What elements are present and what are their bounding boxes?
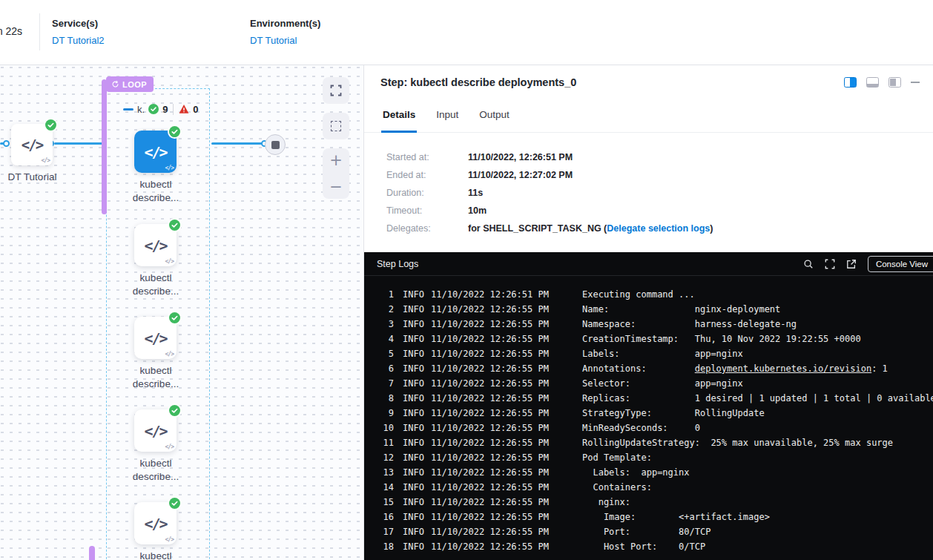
- log-timestamp: 11/10/2022 12:26:55 PM: [431, 332, 557, 346]
- log-message: Name: nginx-deployment: [582, 302, 780, 317]
- log-level: INFO: [403, 332, 431, 346]
- log-line-number: 5: [376, 346, 394, 361]
- log-line-4: 4INFO11/10/2022 12:26:55 PMCreationTimes…: [376, 332, 933, 346]
- step-node-3[interactable]: </></>: [134, 317, 177, 359]
- log-line-7: 7INFO11/10/2022 12:26:55 PMSelector: app…: [376, 376, 933, 391]
- layout-left-icon[interactable]: [889, 77, 901, 88]
- log-level: INFO: [403, 287, 431, 302]
- environment-link[interactable]: DT Tutorial: [250, 35, 297, 46]
- started-value: 11/10/2022, 12:26:51 PM: [468, 152, 573, 162]
- log-line-14: 14INFO11/10/2022 12:26:55 PM Containers:: [376, 480, 933, 495]
- tab-input[interactable]: Input: [435, 109, 460, 133]
- tab-output[interactable]: Output: [478, 109, 511, 133]
- log-timestamp: 11/10/2022 12:26:55 PM: [431, 376, 557, 391]
- step-details-panel: Step: kubectl describe deployments_0 Det…: [363, 65, 933, 560]
- failed-count: 0: [193, 104, 198, 115]
- loop-badge-label: LOOP: [122, 80, 147, 89]
- detail-row-ended: Ended at: 11/10/2022, 12:27:02 PM: [386, 166, 933, 184]
- delegates-value: for SHELL_SCRIPT_TASK_NG (Delegate selec…: [468, 223, 713, 234]
- log-message: StrategyType: RollingUpdate: [582, 406, 765, 421]
- stage-node-dt-tutorial[interactable]: </> </>: [11, 124, 53, 165]
- zoom-out-button[interactable]: −: [329, 179, 343, 194]
- detail-row-started: Started at: 11/10/2022, 12:26:51 PM: [386, 148, 933, 166]
- log-line-number: 11: [376, 435, 394, 450]
- duration-value: 11s: [468, 188, 483, 198]
- log-line-number: 12: [376, 450, 394, 465]
- step-node-2[interactable]: </></>: [134, 224, 177, 266]
- log-timestamp: 11/10/2022 12:26:55 PM: [431, 406, 557, 421]
- log-timestamp: 11/10/2022 12:26:55 PM: [431, 450, 557, 465]
- step-node-4[interactable]: </></>: [134, 409, 177, 452]
- start-node-in-port[interactable]: [3, 140, 10, 147]
- timeout-label: Timeout:: [386, 205, 468, 216]
- topbar-divider: [39, 13, 40, 50]
- log-level: INFO: [403, 435, 431, 450]
- log-line-number: 1: [376, 287, 394, 302]
- log-timestamp: 11/10/2022 12:26:55 PM: [431, 465, 557, 480]
- log-level: INFO: [403, 302, 431, 317]
- minimize-panel-icon[interactable]: [911, 82, 920, 83]
- external-link-icon[interactable]: [846, 259, 857, 269]
- log-level: INFO: [403, 317, 431, 332]
- log-level: INFO: [403, 421, 431, 435]
- log-line-8: 8INFO11/10/2022 12:26:55 PMReplicas: 1 d…: [376, 391, 933, 406]
- loop-badge[interactable]: LOOP: [106, 76, 154, 92]
- log-link[interactable]: deployment.kubernetes.io/revision: [695, 363, 871, 374]
- log-message: Pod Template:: [582, 450, 652, 465]
- canvas-fullscreen-button[interactable]: [323, 77, 349, 104]
- canvas-select-button[interactable]: [323, 113, 349, 139]
- ended-label: Ended at:: [386, 170, 468, 180]
- panel-layout-actions: [844, 77, 920, 88]
- log-timestamp: 11/10/2022 12:26:55 PM: [431, 421, 557, 435]
- step-node-5[interactable]: </></>: [134, 502, 177, 544]
- log-timestamp: 11/10/2022 12:26:55 PM: [431, 346, 557, 361]
- log-level: INFO: [403, 480, 431, 495]
- log-timestamp: 11/10/2022 12:26:55 PM: [431, 480, 557, 495]
- pipeline-canvas[interactable]: </> </> DT Tutorial LOOP k.: [0, 65, 363, 560]
- log-message: Labels: app=nginx: [582, 465, 690, 480]
- detail-row-delegates: Delegates: for SHELL_SCRIPT_TASK_NG (Del…: [386, 220, 933, 237]
- search-icon[interactable]: [803, 259, 814, 269]
- log-timestamp: 11/10/2022 12:26:55 PM: [431, 317, 557, 332]
- layout-bottom-icon[interactable]: [866, 77, 879, 88]
- code-icon: </>: [144, 143, 166, 161]
- log-message: Containers:: [582, 480, 652, 495]
- log-message: Image: <+artifact.image>: [582, 510, 770, 524]
- success-badge-icon: [169, 498, 180, 509]
- mini-code-icon: </>: [165, 444, 174, 450]
- log-message: Host Port: 0/TCP: [582, 539, 705, 554]
- code-icon: </>: [144, 329, 166, 347]
- zoom-in-button[interactable]: +: [329, 153, 343, 168]
- pipeline-end-node[interactable]: [265, 134, 286, 155]
- log-line-5: 5INFO11/10/2022 12:26:55 PMLabels: app=n…: [376, 346, 933, 361]
- mini-code-icon: </>: [165, 536, 174, 543]
- log-line-number: 14: [376, 480, 394, 495]
- step-node-label-1: kubectl describe...: [122, 178, 190, 205]
- log-line-number: 8: [376, 391, 394, 406]
- duration-label: Duration:: [386, 188, 468, 198]
- expand-logs-icon[interactable]: [825, 259, 835, 269]
- tab-details[interactable]: Details: [381, 109, 417, 133]
- log-level: INFO: [403, 539, 431, 554]
- step-details: Started at: 11/10/2022, 12:26:51 PM Ende…: [364, 133, 933, 252]
- log-message: Annotations: deployment.kubernetes.io/re…: [582, 361, 888, 376]
- service-link[interactable]: DT Tutorial2: [52, 35, 105, 46]
- console-view-button[interactable]: Console View: [868, 256, 933, 272]
- detail-row-timeout: Timeout: 10m: [386, 202, 933, 220]
- collapse-icon[interactable]: [123, 108, 133, 111]
- log-message: Namespace: harness-delegate-ng: [582, 317, 797, 332]
- log-line-18: 18INFO11/10/2022 12:26:55 PM Host Port: …: [376, 539, 933, 554]
- log-level: INFO: [403, 510, 431, 524]
- delegate-selection-logs-link[interactable]: Delegate selection logs: [607, 223, 710, 234]
- start-node-label: DT Tutorial: [0, 171, 67, 182]
- log-message: MinReadySeconds: 0: [582, 421, 700, 435]
- log-timestamp: 11/10/2022 12:26:55 PM: [431, 495, 557, 510]
- layout-split-right-icon[interactable]: [844, 77, 857, 88]
- success-badge-icon: [169, 312, 180, 323]
- log-line-13: 13INFO11/10/2022 12:26:55 PM Labels: app…: [376, 465, 933, 480]
- log-line-16: 16INFO11/10/2022 12:26:55 PM Image: <+ar…: [376, 510, 933, 524]
- mini-code-icon: </>: [165, 165, 174, 171]
- step-node-1[interactable]: </></>: [134, 131, 177, 173]
- mini-code-icon: </>: [165, 258, 174, 265]
- failed-count-icon: [179, 104, 189, 114]
